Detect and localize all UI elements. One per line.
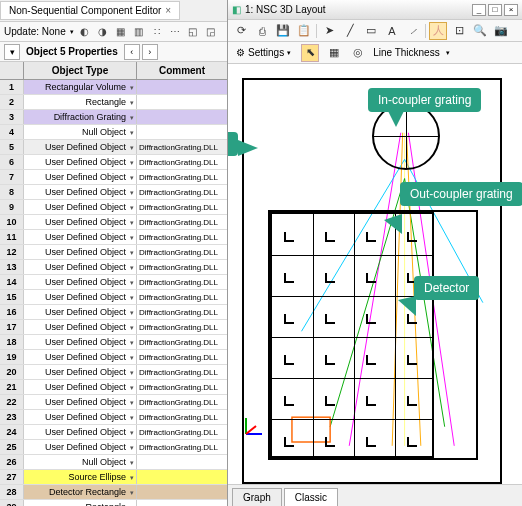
table-row[interactable]: 2Rectangle: [0, 95, 227, 110]
text-icon[interactable]: A: [383, 22, 401, 40]
comment-cell[interactable]: DiffractionGrating.DLL: [137, 320, 227, 334]
comment-cell[interactable]: DiffractionGrating.DLL: [137, 185, 227, 199]
table-row[interactable]: 10User Defined ObjectDiffractionGrating.…: [0, 215, 227, 230]
object-type-cell[interactable]: User Defined Object: [24, 440, 137, 454]
object-type-cell[interactable]: User Defined Object: [24, 170, 137, 184]
table-row[interactable]: 16User Defined ObjectDiffractionGrating.…: [0, 305, 227, 320]
object-type-cell[interactable]: User Defined Object: [24, 305, 137, 319]
object-type-cell[interactable]: User Defined Object: [24, 290, 137, 304]
comment-cell[interactable]: DiffractionGrating.DLL: [137, 155, 227, 169]
comment-cell[interactable]: DiffractionGrating.DLL: [137, 425, 227, 439]
table-row[interactable]: 26Null Object: [0, 455, 227, 470]
object-type-cell[interactable]: User Defined Object: [24, 275, 137, 289]
table-row[interactable]: 20User Defined ObjectDiffractionGrating.…: [0, 365, 227, 380]
camera-icon[interactable]: 📷: [492, 22, 510, 40]
object-type-cell[interactable]: User Defined Object: [24, 410, 137, 424]
prev-object-button[interactable]: ‹: [124, 44, 140, 60]
table-row[interactable]: 18User Defined ObjectDiffractionGrating.…: [0, 335, 227, 350]
comment-cell[interactable]: [137, 485, 227, 499]
comment-cell[interactable]: DiffractionGrating.DLL: [137, 260, 227, 274]
comment-cell[interactable]: DiffractionGrating.DLL: [137, 335, 227, 349]
line-icon[interactable]: ╱: [341, 22, 359, 40]
table-row[interactable]: 11User Defined ObjectDiffractionGrating.…: [0, 230, 227, 245]
table-row[interactable]: 25User Defined ObjectDiffractionGrating.…: [0, 440, 227, 455]
table-row[interactable]: 21User Defined ObjectDiffractionGrating.…: [0, 380, 227, 395]
tool-icon-3[interactable]: ▦: [114, 25, 128, 39]
comment-cell[interactable]: DiffractionGrating.DLL: [137, 440, 227, 454]
table-row[interactable]: 17User Defined ObjectDiffractionGrating.…: [0, 320, 227, 335]
viewport-3d[interactable]: 5 mm In-coupler grating Waveguide Out-co…: [228, 64, 522, 484]
comment-cell[interactable]: DiffractionGrating.DLL: [137, 350, 227, 364]
refresh-icon[interactable]: ⟳: [232, 22, 250, 40]
object-type-cell[interactable]: User Defined Object: [24, 260, 137, 274]
comment-cell[interactable]: DiffractionGrating.DLL: [137, 170, 227, 184]
object-type-cell[interactable]: User Defined Object: [24, 230, 137, 244]
close-button[interactable]: ×: [504, 4, 518, 16]
tool-icon-5[interactable]: ∷: [150, 25, 164, 39]
object-type-cell[interactable]: User Defined Object: [24, 245, 137, 259]
tab-classic[interactable]: Classic: [284, 488, 338, 506]
arrow-icon[interactable]: ➤: [320, 22, 338, 40]
table-row[interactable]: 5User Defined ObjectDiffractionGrating.D…: [0, 140, 227, 155]
comment-cell[interactable]: [137, 125, 227, 139]
tab-graph[interactable]: Graph: [232, 488, 282, 506]
grid-icon[interactable]: ▦: [325, 44, 343, 62]
comment-cell[interactable]: DiffractionGrating.DLL: [137, 275, 227, 289]
object-type-cell[interactable]: Null Object: [24, 455, 137, 469]
close-icon[interactable]: ×: [165, 5, 171, 16]
editor-tab[interactable]: Non-Sequential Component Editor ×: [0, 1, 180, 20]
object-type-cell[interactable]: Null Object: [24, 125, 137, 139]
zoom-icon[interactable]: 🔍: [471, 22, 489, 40]
object-type-cell[interactable]: Rectangle: [24, 500, 137, 506]
target-icon[interactable]: ◎: [349, 44, 367, 62]
object-type-cell[interactable]: User Defined Object: [24, 140, 137, 154]
table-row[interactable]: 27Source Ellipse: [0, 470, 227, 485]
object-type-cell[interactable]: User Defined Object: [24, 365, 137, 379]
comment-cell[interactable]: [137, 110, 227, 124]
comment-cell[interactable]: DiffractionGrating.DLL: [137, 290, 227, 304]
table-row[interactable]: 24User Defined ObjectDiffractionGrating.…: [0, 425, 227, 440]
table-row[interactable]: 1Rectangular Volume: [0, 80, 227, 95]
next-object-button[interactable]: ›: [142, 44, 158, 60]
table-row[interactable]: 13User Defined ObjectDiffractionGrating.…: [0, 260, 227, 275]
comment-cell[interactable]: [137, 470, 227, 484]
comment-cell[interactable]: DiffractionGrating.DLL: [137, 245, 227, 259]
rect-icon[interactable]: ▭: [362, 22, 380, 40]
table-row[interactable]: 4Null Object: [0, 125, 227, 140]
object-type-cell[interactable]: User Defined Object: [24, 200, 137, 214]
comment-cell[interactable]: [137, 80, 227, 94]
comment-cell[interactable]: DiffractionGrating.DLL: [137, 215, 227, 229]
object-type-cell[interactable]: Diffraction Grating: [24, 110, 137, 124]
table-row[interactable]: 7User Defined ObjectDiffractionGrating.D…: [0, 170, 227, 185]
table-row[interactable]: 9User Defined ObjectDiffractionGrating.D…: [0, 200, 227, 215]
object-table[interactable]: 1Rectangular Volume2Rectangle3Diffractio…: [0, 80, 227, 506]
object-type-cell[interactable]: User Defined Object: [24, 380, 137, 394]
print-icon[interactable]: ⎙: [253, 22, 271, 40]
dropdown-arrow-icon[interactable]: ▾: [70, 28, 74, 36]
comment-cell[interactable]: DiffractionGrating.DLL: [137, 410, 227, 424]
comment-cell[interactable]: DiffractionGrating.DLL: [137, 380, 227, 394]
table-row[interactable]: 6User Defined ObjectDiffractionGrating.D…: [0, 155, 227, 170]
tool-icon-8[interactable]: ◲: [204, 25, 218, 39]
table-row[interactable]: 15User Defined ObjectDiffractionGrating.…: [0, 290, 227, 305]
thickness-dropdown[interactable]: ▾: [446, 49, 450, 57]
object-type-cell[interactable]: Rectangle: [24, 95, 137, 109]
comment-cell[interactable]: DiffractionGrating.DLL: [137, 200, 227, 214]
settings-button[interactable]: ⚙ Settings ▾: [232, 45, 295, 60]
tool-icon-1[interactable]: ◐: [78, 25, 92, 39]
table-row[interactable]: 22User Defined ObjectDiffractionGrating.…: [0, 395, 227, 410]
col-object-type[interactable]: Object Type: [24, 62, 137, 79]
table-row[interactable]: 14User Defined ObjectDiffractionGrating.…: [0, 275, 227, 290]
object-type-cell[interactable]: User Defined Object: [24, 425, 137, 439]
table-row[interactable]: 28Detector Rectangle: [0, 485, 227, 500]
object-type-cell[interactable]: User Defined Object: [24, 320, 137, 334]
comment-cell[interactable]: DiffractionGrating.DLL: [137, 395, 227, 409]
object-type-cell[interactable]: User Defined Object: [24, 395, 137, 409]
table-row[interactable]: 23User Defined ObjectDiffractionGrating.…: [0, 410, 227, 425]
object-type-cell[interactable]: Source Ellipse: [24, 470, 137, 484]
update-dropdown[interactable]: Update: None: [4, 26, 66, 37]
object-type-cell[interactable]: Rectangular Volume: [24, 80, 137, 94]
tool-icon-4[interactable]: ▥: [132, 25, 146, 39]
comment-cell[interactable]: [137, 455, 227, 469]
table-row[interactable]: 19User Defined ObjectDiffractionGrating.…: [0, 350, 227, 365]
